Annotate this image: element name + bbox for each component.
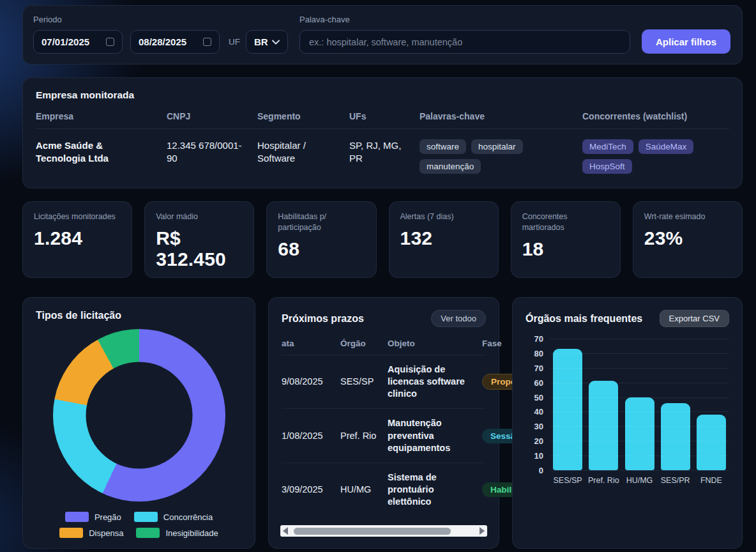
competitor-chips: MediTechSaúdeMaxHospSoft [582, 139, 729, 174]
donut-legend: PregãoConcorrênciaDispensaInesigibilidad… [36, 512, 242, 538]
scrollbar-thumb[interactable] [294, 528, 451, 535]
deadline-organ: HU/MG [340, 484, 384, 496]
column-header-ufs: UFs [349, 111, 420, 121]
keyword-chip: software [420, 139, 466, 154]
x-tick-label: HU/MG [621, 476, 657, 485]
period-label: Periodo [33, 15, 288, 24]
date-to-value: 08/28/2025 [139, 36, 186, 47]
company-table-row: Acme Saúde & Tecnologia Ltda 12.345 678/… [36, 129, 729, 174]
legend-label: Concorrência [163, 512, 213, 522]
deadline-object: Aquisição de licencas software clinico [388, 364, 478, 400]
uf-select[interactable]: BR [246, 30, 288, 54]
y-tick-label: 30 [534, 422, 543, 431]
legend-swatch [136, 528, 160, 538]
x-tick-label: SES/PR [658, 476, 693, 485]
view-all-button[interactable]: Ver todoo [431, 310, 486, 327]
kpi-card: Wrt-rate esimado23% [633, 201, 743, 278]
gridline [550, 411, 729, 412]
legend-item: Dispensa [59, 528, 123, 538]
competitor-chip: MediTech [582, 139, 633, 154]
keyword-label: Palava-chave [299, 15, 630, 24]
x-tick-label: FNDE [693, 476, 729, 485]
bar [697, 415, 726, 470]
column-header-concorrentes: Concorrentes (watchlist) [582, 111, 729, 121]
kpi-value: 23% [644, 227, 731, 249]
bar-column [621, 339, 657, 470]
legend-item: Pregão [65, 512, 121, 522]
kpi-value: 18 [522, 238, 609, 260]
deadlines-table-body: 9/08/2025SES/SPAquisição de licencas sof… [282, 355, 486, 516]
kpi-value: 132 [400, 227, 487, 249]
deadlines-card: Próximos prazos Ver todoo ata Órgão Obje… [268, 297, 499, 549]
gridline [550, 470, 729, 471]
legend-label: Inesigibilidade [165, 528, 218, 538]
gridline [550, 441, 729, 441]
company-table-header: Empresa CNPJ Segmento UFs Palavras-chave… [36, 111, 729, 129]
period-filter-group: Periodo 07/01/2025 08/28/2025 UF BR [33, 15, 288, 54]
gridline [550, 353, 729, 354]
company-card: Empresa monitorada Empresa CNPJ Segmento… [22, 77, 743, 188]
y-tick-label: 10 [534, 451, 543, 461]
deadline-object: Manutenção preventiva equipamentos [388, 417, 478, 454]
chevron-down-icon [272, 40, 280, 45]
uf-label: UF [229, 37, 240, 47]
keyword-filter-group: Palava-chave [299, 15, 630, 54]
kpi-row: Licitações monitorades1.284Valor mádioR$… [22, 201, 743, 278]
tender-types-title: Tipos de licitação [36, 310, 121, 321]
legend-swatch [59, 528, 83, 538]
gridline [550, 383, 729, 383]
column-header-segmento: Segmento [257, 111, 349, 121]
kpi-label: Licitações monitorades [34, 211, 121, 222]
date-to-input[interactable]: 08/28/2025 [130, 30, 220, 54]
y-tick-label: 70 [534, 363, 543, 372]
bar [589, 381, 618, 470]
company-segment: Hospitalar / Software [257, 139, 349, 174]
bar-column [586, 339, 621, 470]
y-axis-labels: 7080706050403020100 [525, 339, 545, 470]
deadline-date: 1/08/2025 [282, 430, 336, 442]
deadline-organ: SES/SP [340, 376, 384, 388]
legend-item: Concorrência [134, 512, 213, 522]
y-tick-label: 50 [534, 392, 543, 402]
kpi-card: Alertas (7 dias)132 [389, 201, 499, 278]
column-header-empresa: Empresa [36, 111, 167, 121]
tender-types-donut-chart [53, 329, 225, 502]
deadlines-table-header: ata Órgão Objeto Fase [282, 335, 486, 355]
table-row: 3/09/2025HU/MGSistema de prontuário elet… [282, 463, 486, 516]
legend-label: Dispensa [89, 528, 123, 538]
calendar-icon[interactable] [106, 38, 114, 46]
x-tick-label: Pref. Rio [586, 476, 621, 485]
kpi-card: Concorentes martiorados18 [511, 201, 621, 278]
y-tick-label: 60 [534, 378, 543, 387]
bar [661, 403, 690, 470]
keyword-input[interactable] [299, 30, 630, 54]
kpi-label: Alertas (7 dias) [400, 211, 487, 222]
deadlines-title: Próximos prazos [282, 313, 364, 325]
table-row: 1/08/2025Pref. RioManutenção preventiva … [282, 409, 486, 463]
column-header-palavras: Palavras-chave [420, 111, 582, 121]
date-from-value: 07/01/2025 [42, 36, 89, 47]
deadline-organ: Pref. Rio [340, 430, 384, 442]
y-tick-label: 70 [534, 334, 543, 344]
kpi-card: Licitações monitorades1.284 [22, 201, 132, 278]
apply-filters-button[interactable]: Aplicar filhos [642, 29, 730, 54]
horizontal-scrollbar[interactable] [280, 525, 487, 537]
gridline [550, 426, 729, 427]
col-header-data: ata [282, 339, 336, 348]
legend-label: Pregão [94, 512, 121, 522]
company-card-title: Empresa monitorada [36, 89, 729, 101]
legend-swatch [134, 512, 158, 522]
frequent-organs-title: Órgãos mais frequentes [525, 313, 642, 325]
date-from-input[interactable]: 07/01/2025 [33, 30, 123, 54]
tender-types-card: Tipos de licitação PregãoConcorrênciaDis… [22, 297, 255, 549]
y-tick-label: 80 [534, 348, 543, 358]
calendar-icon[interactable] [203, 38, 211, 46]
scroll-left-arrow-icon[interactable] [283, 527, 288, 535]
bar-column [658, 339, 693, 470]
bar [553, 349, 582, 470]
keyword-chip: manutenção [420, 159, 481, 174]
scroll-right-arrow-icon[interactable] [480, 527, 485, 535]
company-cnpj: 12.345 678/0001-90 [167, 139, 257, 174]
export-csv-button[interactable]: Exportar CSV [660, 310, 729, 327]
company-ufs: SP, RJ, MG, PR [349, 139, 420, 174]
